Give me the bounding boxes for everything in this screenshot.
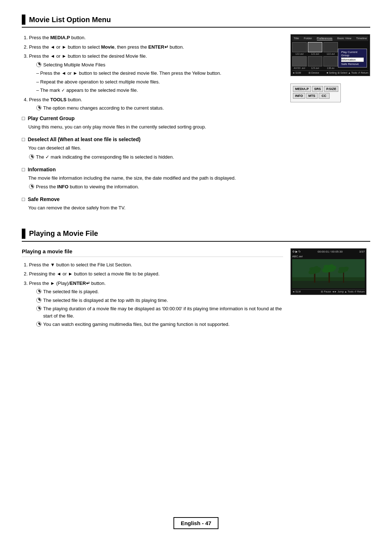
- player-controls: ⊞ Pause ◄► Jump ▲ Tools ↺ Return: [321, 290, 365, 293]
- section2-header: Playing a Movie File: [22, 229, 370, 242]
- play-note3: ✎ The playing duration of a movie file m…: [36, 305, 283, 319]
- subsection-safe-text: You can remove the device safely from th…: [28, 204, 283, 212]
- tab-folder: Folder: [304, 37, 312, 40]
- tab-timeline: Timeline: [356, 37, 367, 40]
- step2: Press the ◄ or ► button to select Movie,…: [29, 44, 283, 51]
- note-icon7: ✎: [36, 306, 41, 311]
- btn-mediap: MEDIA.P: [293, 86, 311, 92]
- screenshot-tabs: Title Folder Preferences Basic View Time…: [292, 36, 368, 41]
- section1: Movie List Option Menu Press the MEDIA.P…: [22, 15, 370, 218]
- tab-preferences: Preferences: [317, 37, 332, 40]
- remote-control: MEDIA.P SRS P.SIZE INFO MTS CC: [290, 83, 341, 102]
- context-menu: Play Current Group Information Safe Remo…: [338, 49, 367, 68]
- section1-screenshots: Title Folder Preferences Basic View Time…: [290, 34, 370, 218]
- tab-basicview: Basic View: [337, 37, 351, 40]
- note-icon6: ✎: [36, 298, 41, 303]
- play-note2-text: The selected file is displayed at the to…: [43, 297, 168, 304]
- play-note4: ✎ You can watch exciting gaming multimed…: [36, 321, 283, 328]
- player-icons: ⚙ ▶ ↻: [292, 250, 301, 253]
- player-footer: ◄ SLM ⊞ Pause ◄► Jump ▲ Tools ↺ Return: [292, 289, 365, 293]
- note-icon5: ✎: [36, 289, 41, 294]
- section1-title: Movie List Option Menu: [29, 16, 111, 24]
- footer-device: ⊞ Device: [309, 71, 319, 74]
- thumb4-label: AVI30 .avi: [294, 67, 305, 69]
- play-step3: Press the ► (Play)/ENTER↵ button. ✎ The …: [29, 280, 283, 328]
- subsection-info-text: The movie file information including the…: [28, 175, 283, 182]
- play-step2: Pressing the ◄ or ► button to select a m…: [29, 270, 283, 278]
- step3-subitems: Press the ◄ or ► button to select the de…: [36, 70, 283, 94]
- section1-content: Press the MEDIA.P button. Press the ◄ or…: [22, 34, 370, 218]
- note-icon4: ✎: [29, 184, 34, 189]
- player-time: 00:00:01 / 00:05:30: [318, 250, 343, 253]
- btn-psize: P.SIZE: [324, 86, 338, 92]
- thumb5: [308, 56, 322, 66]
- step3: Press the ◄ or ► button to select the de…: [29, 53, 283, 94]
- subitem2: Repeat the above operation to select mul…: [36, 78, 283, 86]
- play-note2: ✎ The selected file is displayed at the …: [36, 297, 283, 304]
- subsection-play-title: Play Current Group: [22, 115, 283, 121]
- btn-mts: MTS: [306, 93, 318, 99]
- note-icon8: ✎: [36, 322, 41, 327]
- footer-actions: ■ Setting ⊞ Select ▲ Tools ↺ Return: [327, 71, 368, 74]
- player-slm: ◄ SLM: [292, 290, 301, 293]
- thumb6-label: 138.av: [327, 67, 334, 69]
- step4: Press the TOOLS button. ✎ The option men…: [29, 96, 283, 112]
- btn-cc: CC: [319, 93, 330, 99]
- subitem1: Press the ◄ or ► button to select the de…: [36, 70, 283, 77]
- step4-note-text: The option menu changes according to the…: [43, 105, 164, 112]
- section-bar: [22, 15, 25, 25]
- play-step1: Press the ▼ button to select the File Li…: [29, 261, 283, 269]
- step4-note: ✎ The option menu changes according to t…: [36, 105, 283, 112]
- remote-row1: MEDIA.P SRS P.SIZE: [293, 86, 338, 92]
- subsection-deselect: Deselect All (When at least one file is …: [22, 136, 283, 160]
- play-note3-text: The playing duration of a movie file may…: [43, 305, 283, 319]
- player-screen: ⚙ ▶ ↻ 00:00:01 / 00:05:30 3/37 ABC.avi: [290, 248, 367, 295]
- player-filename: ABC.avi: [292, 255, 365, 258]
- step3-note-text: Selecting Multiple Movie Files: [43, 61, 105, 69]
- tab-title: Title: [294, 37, 299, 40]
- subsection-deselect-text: You can deselect all files.: [28, 144, 283, 152]
- subitem3: The mark ✓ appears to the selected movie…: [36, 87, 283, 94]
- info-note-text: Press the INFO button to viewing the inf…: [36, 183, 139, 191]
- thumb3: [323, 42, 338, 52]
- page-number: English - 47: [181, 520, 211, 526]
- deselect-note-text: The ✓ mark indicating the corresponding …: [36, 154, 174, 161]
- subsection-safe-title: Safe Remove: [22, 196, 283, 202]
- section1-steps: Press the MEDIA.P button. Press the ◄ or…: [29, 34, 283, 112]
- play-note1-text: The selected file is played.: [43, 288, 99, 295]
- thumb5-label: 123.avi: [311, 67, 319, 69]
- section2-content: Playing a movie file Press the ▼ button …: [22, 248, 370, 332]
- play-note1: ✎ The selected file is played.: [36, 288, 283, 295]
- thumb2-label: 122.avi: [311, 53, 319, 55]
- step1: Press the MEDIA.P button.: [29, 34, 283, 41]
- page-footer: English - 47: [173, 517, 219, 529]
- subsection-deselect-title: Deselect All (When at least one file is …: [22, 136, 283, 142]
- note-icon: ✎: [36, 62, 41, 67]
- section1-main: Press the MEDIA.P button. Press the ◄ or…: [22, 34, 283, 218]
- player-top-bar: ⚙ ▶ ↻ 00:00:01 / 00:05:30 3/37: [292, 250, 365, 253]
- playing-subtitle: Playing a movie file: [22, 248, 283, 257]
- thumb6: [323, 56, 338, 66]
- deselect-note: ✎ The ✓ mark indicating the correspondin…: [29, 154, 283, 161]
- menu-item-info: Information: [341, 58, 364, 62]
- player-counter: 3/37: [359, 250, 365, 253]
- subsection-play-current: Play Current Group Using this menu, you …: [22, 115, 283, 131]
- thumb4: [292, 56, 307, 66]
- section2-title: Playing a Movie File: [29, 229, 98, 238]
- thumb1: [292, 42, 307, 52]
- btn-info: INFO: [293, 93, 305, 99]
- subsection-info: Information The movie file information i…: [22, 167, 283, 191]
- palm-svg: [292, 259, 365, 288]
- section2-steps: Press the ▼ button to select the File Li…: [29, 261, 283, 328]
- player-video-frame: [292, 259, 365, 288]
- screenshot-footer: ◄ SUM ⊞ Device ■ Setting ⊞ Select ▲ Tool…: [292, 70, 368, 74]
- section2-main: Playing a movie file Press the ▼ button …: [22, 248, 283, 332]
- menu-item-safe: Safe Remove: [341, 62, 364, 66]
- menu-item-play: Play Current Group: [341, 50, 364, 58]
- footer-sum: ◄ SUM: [292, 71, 301, 74]
- subsection-safe-remove: Safe Remove You can remove the device sa…: [22, 196, 283, 212]
- remote-row2: INFO MTS CC: [293, 93, 338, 99]
- note-icon3: ✎: [29, 154, 34, 159]
- thumb1-label: 122.avi: [295, 53, 304, 55]
- subsection-info-title: Information: [22, 167, 283, 172]
